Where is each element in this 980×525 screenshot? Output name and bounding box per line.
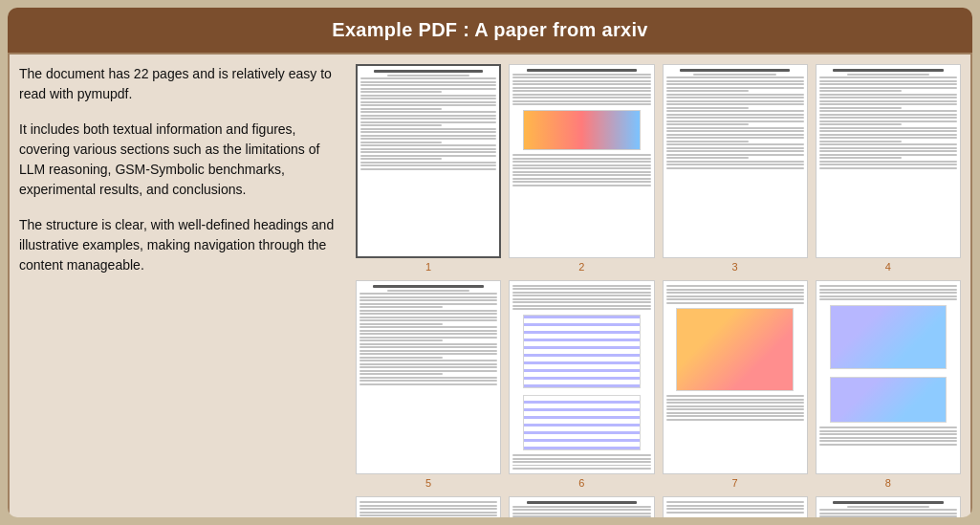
page-thumb-image — [663, 64, 808, 258]
page-number: 5 — [425, 477, 431, 489]
page-thumb-image — [509, 64, 654, 258]
page-number: 2 — [578, 261, 584, 273]
content-area: The document has 22 pages and is relativ… — [8, 53, 972, 517]
page-thumbnail[interactable]: 3 — [663, 64, 808, 273]
page-thumb-image — [663, 496, 808, 517]
page-number: 7 — [732, 477, 738, 489]
page-thumbnail[interactable]: 2 — [509, 64, 654, 273]
page-thumb-image — [816, 64, 961, 258]
page-thumbnail[interactable]: 7 — [663, 280, 808, 489]
page-thumbnail[interactable]: 6 — [509, 280, 654, 489]
description-para2: It includes both textual information and… — [19, 120, 337, 200]
description-para1: The document has 22 pages and is relativ… — [19, 64, 337, 104]
page-thumbnail[interactable]: 9 — [356, 496, 501, 517]
page-thumb-image — [356, 496, 501, 517]
page-thumb-image — [509, 280, 654, 474]
page-thumbnail[interactable]: 8 — [816, 280, 961, 489]
page-thumb-image — [816, 496, 961, 517]
left-panel: The document has 22 pages and is relativ… — [19, 64, 344, 517]
page-number: 4 — [885, 261, 891, 273]
page-number: 1 — [425, 261, 431, 273]
page-thumb-image — [663, 280, 808, 474]
description-para3: The structure is clear, with well-define… — [19, 215, 337, 275]
page-thumbnail[interactable]: 4 — [816, 64, 961, 273]
page-title: Example PDF : A paper from arxiv — [8, 8, 972, 53]
page-thumbnail[interactable]: 12 — [816, 496, 961, 517]
page-number: 8 — [885, 477, 891, 489]
page-thumb-image — [816, 280, 961, 474]
page-thumbnail[interactable]: 1 — [356, 64, 501, 273]
page-number: 6 — [578, 477, 584, 489]
page-thumbnail[interactable]: 10 — [509, 496, 654, 517]
page-thumb-image — [356, 64, 501, 258]
main-container: Example PDF : A paper from arxiv The doc… — [8, 8, 972, 517]
page-thumb-image — [356, 280, 501, 474]
page-number: 3 — [732, 261, 738, 273]
page-thumbnails-grid: 123456789101112 — [356, 64, 961, 517]
page-thumbnail[interactable]: 5 — [356, 280, 501, 489]
page-thumbnail[interactable]: 11 — [663, 496, 808, 517]
page-thumb-image — [509, 496, 654, 517]
